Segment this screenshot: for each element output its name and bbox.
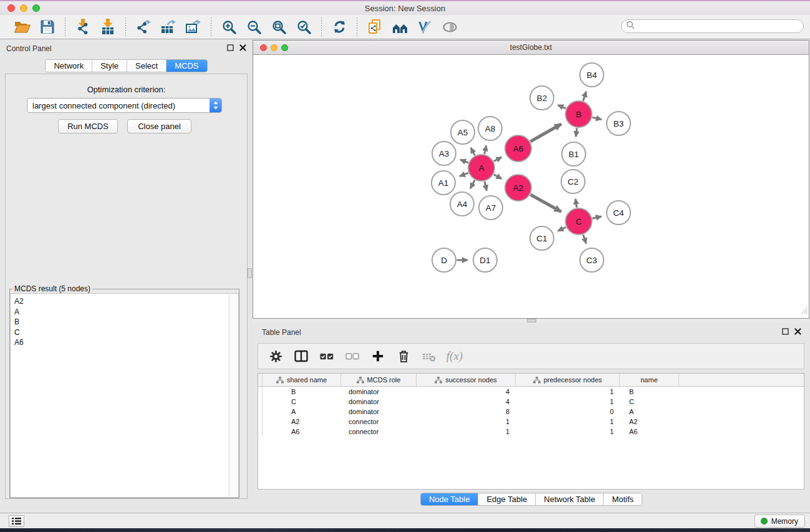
table-row[interactable]: Bdominator41B [258,387,804,397]
edge-A2-C[interactable] [531,195,561,212]
table-settings-icon[interactable] [268,348,283,364]
edge-C-C4[interactable] [592,216,602,218]
close-panel-icon[interactable] [239,44,246,51]
horizontal-splitter-grip[interactable] [527,319,536,322]
table-row[interactable]: A6connector11A6 [258,427,804,437]
zoom-out-icon[interactable] [241,17,266,36]
duplicate-network-icon[interactable] [362,17,387,36]
node-C3[interactable]: C3 [580,248,604,272]
refresh-layout-icon[interactable] [327,17,352,36]
node-B4[interactable]: B4 [580,63,604,87]
column-header-name[interactable]: name [620,374,679,386]
edge-C-C2[interactable] [576,199,577,208]
edge-A-A8[interactable] [485,145,486,154]
toggle-graphics-details-icon[interactable] [412,17,437,36]
vertical-splitter-grip[interactable] [248,268,252,278]
tab-motifs[interactable]: Motifs [603,493,642,505]
float-table-panel-icon[interactable] [782,328,789,335]
table-row[interactable]: A2connector11A2 [258,417,804,427]
close-panel-button[interactable]: Close panel [127,119,191,133]
network-home-icon[interactable] [387,17,412,36]
open-file-icon[interactable] [10,17,35,36]
table-row[interactable]: Cdominator41C [258,397,804,407]
window-resize-grip[interactable] [800,306,808,317]
column-header-shared-name[interactable]: shared name [263,374,341,386]
node-A8[interactable]: A8 [478,117,502,140]
tab-select[interactable]: Select [127,60,166,72]
node-A6[interactable]: A6 [505,135,531,162]
run-mcds-button[interactable]: Run MCDS [58,119,118,133]
import-network-icon[interactable] [70,17,95,36]
export-image-icon[interactable] [181,17,206,36]
memory-button[interactable]: Memory [755,515,805,528]
mcds-result-item[interactable]: B [14,317,238,327]
mcds-result-item[interactable]: A2 [14,296,238,307]
edge-A-A4[interactable] [470,180,475,189]
edge-B-B1[interactable] [576,128,577,137]
export-table-icon[interactable] [156,17,181,36]
tab-style[interactable]: Style [92,60,127,72]
column-header-successor-nodes[interactable]: successor nodes [417,374,516,386]
node-D1[interactable]: D1 [473,248,497,272]
node-A5[interactable]: A5 [451,120,475,144]
edge-A-A2[interactable] [494,175,502,179]
edge-B-B4[interactable] [583,92,586,101]
node-A2[interactable]: A2 [505,175,531,201]
cell-successor-nodes: 8 [417,408,516,415]
split-panel-icon[interactable] [294,348,309,364]
node-A4[interactable]: A4 [450,192,474,216]
criterion-select[interactable]: largest connected component (directed) [27,98,222,113]
mcds-result-item[interactable]: A [14,307,238,317]
deselect-all-rows-icon[interactable] [345,348,360,364]
network-canvas[interactable]: B4B2BB3A8A5A6B1A3AC2A1A2A4A7C4CC1C3DD1 [253,55,809,317]
tab-mcds[interactable]: MCDS [166,60,206,72]
zoom-in-icon[interactable] [216,17,241,36]
delete-columns-icon[interactable] [396,348,411,364]
tab-node-table[interactable]: Node Table [421,493,478,505]
result-list-scrollbar[interactable] [229,294,238,496]
close-table-panel-icon[interactable] [794,328,801,335]
node-C[interactable]: C [566,208,592,235]
column-header-predecessor-nodes[interactable]: predecessor nodes [516,374,620,386]
column-header-MCDS-role[interactable]: MCDS role [341,374,417,386]
node-B1[interactable]: B1 [562,142,586,166]
zoom-fit-content-icon[interactable] [266,17,291,36]
mcds-result-item[interactable]: A6 [14,337,238,348]
node-C1[interactable]: C1 [530,226,554,250]
edge-A-A6[interactable] [494,157,502,162]
edge-A-A5[interactable] [471,148,475,155]
node-A1[interactable]: A1 [432,171,455,195]
node-C2[interactable]: C2 [561,170,585,193]
tab-edge-table[interactable]: Edge Table [478,493,535,505]
edge-A-A3[interactable] [460,160,468,163]
edge-B-B3[interactable] [592,117,602,120]
edge-B-B2[interactable] [558,105,566,109]
edge-C-C1[interactable] [558,227,566,231]
task-history-button[interactable] [9,515,24,527]
table-row[interactable]: Adominator80A [258,407,804,417]
edge-A-A7[interactable] [485,181,487,191]
node-C4[interactable]: C4 [607,201,630,225]
select-all-rows-icon[interactable] [319,348,334,364]
mcds-result-item[interactable]: C [14,327,238,338]
node-B2[interactable]: B2 [530,86,554,110]
import-table-icon[interactable] [95,17,120,36]
zoom-selected-region-icon[interactable] [291,17,316,36]
node-A3[interactable]: A3 [432,142,456,165]
add-column-icon[interactable] [370,348,385,364]
node-A[interactable]: A [468,155,494,181]
edge-A6-B[interactable] [531,124,562,142]
node-B3[interactable]: B3 [607,112,630,135]
birds-eye-view-icon[interactable] [437,17,462,36]
tab-network[interactable]: Network [46,60,92,72]
save-session-icon[interactable] [35,17,60,36]
node-A7[interactable]: A7 [479,196,503,220]
node-D[interactable]: D [432,248,456,272]
edge-A-A1[interactable] [460,173,468,177]
export-network-icon[interactable] [131,17,156,36]
float-panel-icon[interactable] [227,44,234,51]
edge-C-C3[interactable] [583,235,586,243]
node-B[interactable]: B [566,101,592,127]
search-input[interactable] [635,21,803,32]
tab-network-table[interactable]: Network Table [535,493,603,505]
